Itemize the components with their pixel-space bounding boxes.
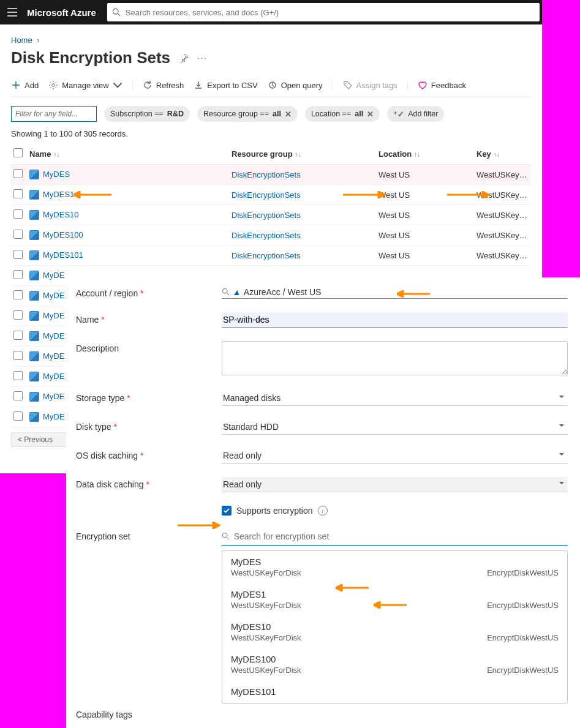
row-checkbox[interactable] [13,189,23,198]
row-name[interactable]: MyDES10 [43,210,79,219]
dropdown-item[interactable]: MyDES101 [222,681,567,703]
row-name[interactable]: MyDE [43,271,64,280]
supports-encryption-label: Supports encryption [236,506,313,516]
chevron-right-icon: › [34,36,42,45]
row-name[interactable]: MyDES100 [43,230,83,239]
row-checkbox[interactable] [13,169,23,178]
row-name[interactable]: MyDE [43,412,64,421]
row-key: WestUSKey… [474,165,531,185]
col-key[interactable]: Key↑↓ [474,143,531,165]
row-name[interactable]: MyDE [43,351,64,361]
tag-icon [343,80,353,90]
name-input[interactable] [222,312,568,328]
row-checkbox[interactable] [13,391,23,400]
row-name[interactable]: MyDE [43,331,64,340]
dropdown-item-key: WestUSKeyForDisk [231,568,301,577]
dropdown-item[interactable]: MyDES1WestUSKeyForDiskEncryptDiskWestUS [222,584,567,616]
row-resource-group[interactable]: DiskEncryptionSets [232,170,301,179]
row-resource-group[interactable]: DiskEncryptionSets [232,231,301,240]
open-query-button[interactable]: Open query [268,80,323,90]
row-name[interactable]: MyDE [43,392,64,401]
row-checkbox[interactable] [13,250,23,259]
label-description: Description [76,341,222,353]
row-checkbox[interactable] [13,351,23,360]
download-icon [194,80,203,90]
refresh-button[interactable]: Refresh [143,80,184,90]
account-region-value: AzureAcc / West US [244,287,322,297]
global-search[interactable] [107,3,540,21]
export-csv-button[interactable]: Export to CSV [194,80,257,90]
table-row[interactable]: MyDES101DiskEncryptionSetsWest USWestUSK… [11,246,531,266]
row-name[interactable]: MyDE [43,372,64,381]
encryption-set-dropdown: MyDESWestUSKeyForDiskEncryptDiskWestUSMy… [222,550,568,704]
row-resource-group[interactable]: DiskEncryptionSets [232,211,301,220]
dropdown-item[interactable]: MyDES10WestUSKeyForDiskEncryptDiskWestUS [222,616,567,648]
row-checkbox[interactable] [13,270,23,279]
heart-icon [418,80,427,90]
row-checkbox[interactable] [13,290,23,299]
col-name[interactable]: Name↑↓ [27,143,229,165]
chevron-down-icon [113,80,122,90]
label-data-disk-caching: Data disk caching [76,477,222,489]
row-resource-group[interactable]: DiskEncryptionSets [232,251,301,260]
row-name[interactable]: MyDES1 [43,190,74,199]
row-checkbox[interactable] [13,371,23,380]
os-disk-caching-select[interactable]: Read only [222,448,568,463]
disk-encryption-set-icon [29,392,39,402]
description-textarea[interactable] [222,341,568,375]
table-row[interactable]: MyDESDiskEncryptionSetsWest USWestUSKey… [11,165,531,185]
row-key: WestUSKey… [474,205,531,225]
hamburger-menu-icon[interactable] [0,0,24,24]
disk-encryption-set-icon [29,170,39,179]
feedback-button[interactable]: Feedback [418,80,466,90]
breadcrumb: Home › [11,36,531,45]
row-checkbox[interactable] [13,331,23,340]
close-icon[interactable]: ✕ [367,110,374,119]
pin-icon[interactable] [179,53,189,63]
more-icon[interactable]: ··· [197,53,208,62]
disk-encryption-set-icon [29,230,39,240]
disk-encryption-set-icon [29,291,39,301]
supports-encryption-checkbox[interactable] [222,506,232,516]
encryption-set-search-input[interactable] [230,529,568,544]
row-checkbox[interactable] [13,310,23,320]
data-disk-caching-select[interactable]: Read only [222,477,568,492]
select-all-checkbox[interactable] [13,148,23,157]
close-icon[interactable]: ✕ [285,110,292,119]
table-row[interactable]: MyDES100DiskEncryptionSetsWest USWestUSK… [11,225,531,246]
row-name[interactable]: MyDE [43,291,64,300]
label-account-region: Account / region [76,286,222,298]
table-row[interactable]: MyDES1DiskEncryptionSetsWest USWestUSKey… [11,185,531,205]
row-name[interactable]: MyDES101 [43,250,83,260]
global-search-input[interactable] [124,7,535,18]
col-resource-group[interactable]: Resource group↑↓ [229,143,376,165]
row-resource-group[interactable]: DiskEncryptionSets [232,190,301,200]
account-region-field[interactable]: ▲ AzureAcc / West US [222,286,568,299]
filter-any-field-input[interactable] [11,106,97,122]
breadcrumb-home[interactable]: Home [11,36,32,45]
filter-pill-location[interactable]: Location == all✕ [305,106,380,122]
row-name[interactable]: MyDE [43,311,64,320]
row-checkbox[interactable] [13,411,23,421]
dropdown-item-vault: EncryptDiskWestUS [487,666,559,675]
add-button[interactable]: Add [11,80,39,90]
dropdown-item[interactable]: MyDESWestUSKeyForDiskEncryptDiskWestUS [222,551,567,584]
filter-pill-subscription[interactable]: Subscription == R&D [104,106,190,122]
svg-line-12 [227,293,230,296]
row-name[interactable]: MyDES [43,170,70,179]
disk-encryption-set-icon [29,372,39,381]
dropdown-item-title: MyDES101 [231,687,559,697]
filter-pill-resource-group[interactable]: Resource group == all✕ [197,106,298,122]
storage-type-select[interactable]: Managed disks [222,391,568,406]
row-checkbox[interactable] [13,209,23,219]
disk-type-select[interactable]: Standard HDD [222,419,568,435]
info-icon[interactable]: i [318,506,328,516]
svg-point-11 [222,288,227,293]
search-icon [222,532,230,541]
col-location[interactable]: Location↑↓ [376,143,474,165]
dropdown-item[interactable]: MyDES100WestUSKeyForDiskEncryptDiskWestU… [222,648,567,681]
manage-view-button[interactable]: Manage view [48,80,122,90]
table-row[interactable]: MyDES10DiskEncryptionSetsWest USWestUSKe… [11,205,531,225]
row-checkbox[interactable] [13,230,23,239]
add-filter-button[interactable]: ⁺✓Add filter [387,106,444,122]
